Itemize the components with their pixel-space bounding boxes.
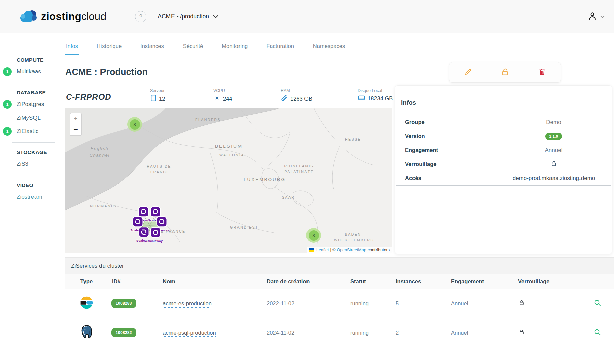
infos-row-acces: Accès demo-prod.mkaas.ziosting.demo [396,171,611,186]
map-attribution: Leaflet | © OpenStreetMap contributors [307,247,392,253]
col-instances: Instances [387,278,442,285]
attribution-separator: | © [330,248,336,252]
tab-infos[interactable]: Infos [65,43,79,55]
service-instances: 2 [387,330,442,336]
scaleway-marker[interactable]: Scaleway [144,227,167,243]
stat-label: Disque Local [358,88,393,93]
map-cluster-marker[interactable]: 3 [127,117,142,132]
cluster-count: 3 [130,119,140,130]
lock-icon [503,160,604,169]
inspect-service-button[interactable] [580,299,607,308]
infos-row-verrouillage: Verrouillage [396,157,611,171]
infos-value: Demo [503,119,604,126]
service-status: running [342,300,387,307]
map-label-belgium: BELGIUM [215,143,243,150]
sidebar-section-database: DATABASE [17,90,65,96]
service-engagement: Annuel [442,330,509,336]
map-label-english-channel: English Channel [90,145,110,159]
map-label-hauts-de-france: HAUTS-DE- FRANCE [147,164,174,175]
lock-icon [509,329,580,337]
cluster-name: C-FRPROD [66,92,111,102]
chevron-down-icon [213,13,218,20]
col-verrouillage: Verrouillage [509,278,580,285]
stat-serveur: Serveur 12 [150,88,165,103]
sidebar-item-zielastic[interactable]: 1 ZiElastic [0,125,65,138]
zoom-out-button[interactable]: − [70,124,81,135]
service-created: 2024-11-02 [258,330,342,336]
user-menu[interactable] [588,11,605,22]
map-label-hesse: HESSE [345,137,361,142]
brand-name-bold: ziosting [41,11,81,23]
divider [12,175,55,175]
sidebar-item-label: ZiMySQL [17,115,41,121]
tab-historique[interactable]: Historique [96,43,122,55]
map-label-rhineland-palatinate: RHINELAND- PALATINATE [284,163,314,175]
search-icon [594,332,602,337]
infos-row-engagement: Engagement Annuel [396,143,611,157]
cluster-count: 3 [309,230,319,241]
chevron-down-icon [600,14,605,20]
stat-value: 18234 GB [368,95,393,102]
workspace-selector[interactable]: ACME - /production [158,13,218,20]
unlock-button[interactable] [501,68,509,77]
zoom-in-button[interactable]: + [70,113,81,124]
page-title: ACME : Production [65,67,148,77]
tab-monitoring[interactable]: Monitoring [221,43,248,55]
map-label-grand-est: GRAND EST [230,225,258,230]
delete-button[interactable] [538,68,546,77]
help-icon: ? [139,14,142,20]
count-badge: 1 [3,100,12,109]
scaleway-marker-label: Scaleway [144,239,167,243]
sidebar-item-zimysql[interactable]: ZiMySQL [0,111,65,125]
col-date: Date de création [258,278,342,285]
sidebar-item-ziostream[interactable]: Ziostream [0,190,65,204]
tab-facturation[interactable]: Facturation [266,43,295,55]
infos-label: Accès [405,175,421,181]
sidebar-item-zipostgres[interactable]: 1 ZiPostgres [0,98,65,111]
ukraine-flag-icon [309,248,314,252]
divider [12,208,55,208]
services-title: ZiServices du cluster [71,263,124,269]
infos-value: demo-prod.mkaas.ziosting.demo [503,175,604,182]
sidebar-item-label: ZiS3 [17,161,28,167]
map-cluster-marker[interactable]: 3 [306,228,321,243]
sidebar-item-zis3[interactable]: ZiS3 [0,157,65,171]
tab-instances[interactable]: Instances [140,43,165,55]
stat-label: VCPU [213,88,232,93]
cluster-map[interactable]: FLANDERS English Channel BELGIUM WALLONI… [65,108,392,253]
leaflet-link[interactable]: Leaflet [316,248,329,252]
edit-button[interactable] [464,68,472,77]
help-button[interactable]: ? [135,11,146,22]
infos-value: Annuel [503,147,604,154]
lock-icon [509,299,580,307]
services-table-header: Type ID# Nom Date de création Statut Ins… [65,274,614,289]
brand-logo[interactable]: ziostingcloud [19,9,106,24]
service-id-badge: 1008283 [111,299,136,308]
map-label-baden-wuerttemberg: BADEN- WUERTTEMBERG [334,232,374,243]
app-header: ziostingcloud ? ACME - /production [0,0,614,33]
service-name-link[interactable]: acme-psql-production [163,330,216,336]
sidebar: COMPUTE 1 Multikaas DATABASE 1 ZiPostgre… [0,33,65,364]
tab-securite[interactable]: Sécurité [182,43,204,55]
main-content: Infos Historique Instances Sécurité Moni… [65,33,614,364]
col-nom: Nom [154,278,258,285]
cpu-icon [213,94,221,103]
service-created: 2022-11-02 [258,300,342,307]
service-instances: 5 [387,300,442,307]
trash-icon [538,68,546,77]
sidebar-item-label: ZiElastic [17,128,38,135]
user-icon [588,11,597,22]
service-name-link[interactable]: acme-es-production [163,300,212,306]
tab-namespaces[interactable]: Namespaces [312,43,346,55]
openstreetmap-link[interactable]: OpenStreetMap [337,248,366,252]
inspect-service-button[interactable] [580,328,607,337]
attribution-contributors: contributors [368,248,390,252]
map-label-luxembourg: LUXEMBOURG [244,176,286,184]
server-icon [150,94,157,103]
sidebar-item-multikaas[interactable]: 1 Multikaas [0,65,65,78]
stat-value: 244 [223,96,232,102]
col-engagement: Engagement [442,278,509,285]
services-section: ZiServices du cluster Type ID# Nom Date … [65,257,614,347]
map-label-saar: SAAR [282,195,295,200]
infos-label: Engagement [405,147,438,153]
